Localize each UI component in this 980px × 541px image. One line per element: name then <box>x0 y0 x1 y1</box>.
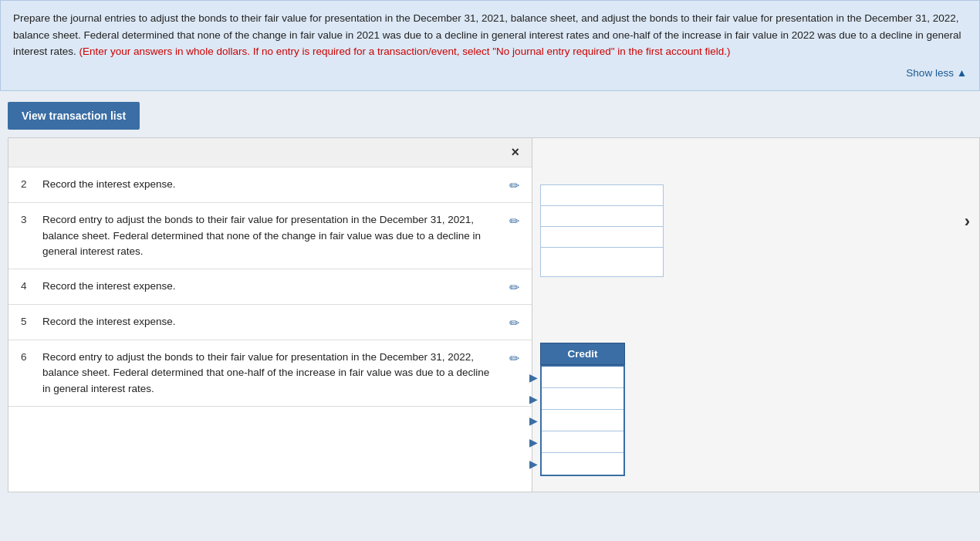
item-text-2: Record the interest expense. <box>42 177 500 192</box>
item-number-6: 6 <box>21 350 33 363</box>
credit-input-2[interactable] <box>542 388 623 409</box>
edit-icon-4[interactable]: ✏ <box>509 279 519 295</box>
credit-input-3[interactable] <box>542 410 623 431</box>
transaction-panel: × 2 Record the interest expense. ✏ 3 Rec… <box>8 137 532 492</box>
main-area: × 2 Record the interest expense. ✏ 3 Rec… <box>0 137 980 492</box>
item-text-3: Record entry to adjust the bonds to thei… <box>42 212 500 259</box>
credit-arrow-1: ▶ <box>529 371 538 384</box>
credit-row-2: ▶ <box>542 388 623 410</box>
transaction-item-2: 2 Record the interest expense. ✏ <box>8 167 532 203</box>
credit-row-5: ▶ <box>542 453 623 475</box>
edit-icon-2[interactable]: ✏ <box>509 177 519 193</box>
chevron-right-icon[interactable]: › <box>965 211 970 232</box>
credit-input-1[interactable] <box>542 367 623 387</box>
credit-section: Credit ▶ ▶ ▶ ▶ <box>540 343 625 476</box>
journal-panel: › Credit ▶ ▶ <box>532 137 980 492</box>
item-number-5: 5 <box>21 314 33 327</box>
credit-arrow-5: ▶ <box>529 458 538 470</box>
item-number-4: 4 <box>21 279 33 292</box>
panel-header: × <box>8 138 532 167</box>
edit-icon-3[interactable]: ✏ <box>509 212 519 228</box>
journal-input-1[interactable] <box>541 185 663 206</box>
credit-input-5[interactable] <box>542 453 623 475</box>
item-text-6: Record entry to adjust the bonds to thei… <box>42 350 500 397</box>
edit-icon-5[interactable]: ✏ <box>509 314 519 330</box>
item-number-2: 2 <box>21 177 33 190</box>
instructions-block: Prepare the journal entries to adjust th… <box>0 0 980 91</box>
transaction-item-4: 4 Record the interest expense. ✏ <box>8 269 532 305</box>
credit-rows: ▶ ▶ ▶ ▶ ▶ <box>540 365 625 476</box>
journal-input-2[interactable] <box>541 206 663 227</box>
journal-input-3[interactable] <box>541 227 663 248</box>
credit-row-4: ▶ <box>542 431 623 453</box>
journal-input-area <box>540 184 664 277</box>
transaction-item-5: 5 Record the interest expense. ✏ <box>8 305 532 340</box>
page-wrapper: Prepare the journal entries to adjust th… <box>0 0 980 541</box>
credit-arrow-3: ▶ <box>529 414 538 427</box>
edit-icon-6[interactable]: ✏ <box>509 350 519 366</box>
instructions-red-text: (Enter your answers in whole dollars. If… <box>79 46 731 57</box>
credit-arrow-2: ▶ <box>529 393 538 405</box>
credit-row-3: ▶ <box>542 410 623 431</box>
view-transaction-list-button[interactable]: View transaction list <box>8 102 140 130</box>
credit-header: Credit <box>540 343 625 365</box>
show-less-link[interactable]: Show less ▲ <box>906 67 967 79</box>
show-less-container: Show less ▲ <box>13 65 967 82</box>
transaction-item-3: 3 Record entry to adjust the bonds to th… <box>8 203 532 269</box>
item-number-3: 3 <box>21 212 33 225</box>
credit-row-1: ▶ <box>542 367 623 388</box>
item-text-4: Record the interest expense. <box>42 279 500 294</box>
close-button[interactable]: × <box>508 144 522 161</box>
credit-input-4[interactable] <box>542 431 623 452</box>
item-text-5: Record the interest expense. <box>42 314 500 330</box>
credit-arrow-4: ▶ <box>529 436 538 448</box>
transaction-item-6: 6 Record entry to adjust the bonds to th… <box>8 340 532 407</box>
